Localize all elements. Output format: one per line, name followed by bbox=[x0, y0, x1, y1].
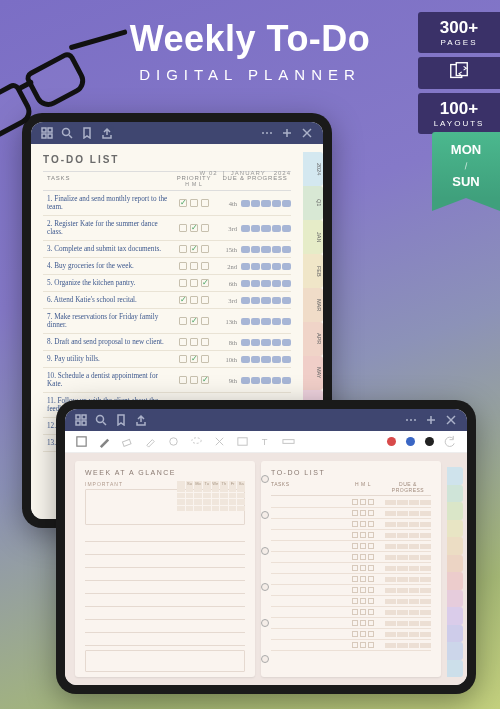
stats-panel: 300+ PAGES 100+ LAYOUTS bbox=[418, 12, 500, 138]
side-tab[interactable]: MAY bbox=[303, 356, 323, 390]
priority-checkbox[interactable] bbox=[201, 338, 209, 346]
side-tab[interactable]: APR bbox=[303, 322, 323, 356]
priority-checkbox[interactable] bbox=[179, 376, 187, 384]
table-row: 5. Organize the kitchen pantry.6th bbox=[43, 275, 291, 292]
color-blue[interactable] bbox=[406, 437, 415, 446]
priority-checkbox[interactable] bbox=[201, 376, 209, 384]
svg-point-19 bbox=[97, 416, 104, 423]
svg-rect-29 bbox=[122, 439, 131, 446]
priority-checkbox[interactable] bbox=[201, 317, 209, 325]
image-icon[interactable] bbox=[236, 435, 249, 448]
add-icon[interactable] bbox=[425, 414, 437, 426]
priority-checkbox[interactable] bbox=[190, 199, 198, 207]
week-start-ribbon: MON ∕ SUN bbox=[432, 132, 500, 198]
side-tab[interactable]: JAN bbox=[303, 220, 323, 254]
priority-checkbox[interactable] bbox=[190, 376, 198, 384]
side-tab[interactable] bbox=[447, 590, 463, 608]
priority-checkbox[interactable] bbox=[190, 317, 198, 325]
priority-checkbox[interactable] bbox=[179, 355, 187, 363]
priority-checkbox[interactable] bbox=[201, 296, 209, 304]
table-row bbox=[271, 497, 431, 508]
eraser-icon[interactable] bbox=[121, 435, 134, 448]
search-icon[interactable] bbox=[61, 127, 73, 139]
priority-checkbox[interactable] bbox=[190, 355, 198, 363]
side-tab[interactable] bbox=[447, 485, 463, 503]
highlighter-icon[interactable] bbox=[144, 435, 157, 448]
svg-line-20 bbox=[103, 422, 106, 425]
priority-checkbox[interactable] bbox=[179, 296, 187, 304]
color-black[interactable] bbox=[425, 437, 434, 446]
priority-checkbox[interactable] bbox=[201, 199, 209, 207]
hand-icon[interactable] bbox=[75, 435, 88, 448]
more-icon[interactable] bbox=[261, 127, 273, 139]
priority-checkbox[interactable] bbox=[179, 317, 187, 325]
table-row bbox=[271, 574, 431, 585]
side-tab[interactable]: Q1 bbox=[303, 186, 323, 220]
side-tab[interactable] bbox=[447, 502, 463, 520]
todo-rows-blank bbox=[271, 497, 431, 651]
table-row: 1. Finalize and send monthly report to t… bbox=[43, 191, 291, 216]
search-icon[interactable] bbox=[95, 414, 107, 426]
priority-checkbox[interactable] bbox=[201, 224, 209, 232]
side-tab[interactable] bbox=[447, 607, 463, 625]
svg-line-7 bbox=[69, 135, 72, 138]
priority-checkbox[interactable] bbox=[190, 224, 198, 232]
side-tab[interactable] bbox=[447, 555, 463, 573]
side-tab[interactable]: 2024 bbox=[303, 152, 323, 186]
table-row bbox=[271, 629, 431, 640]
priority-checkbox[interactable] bbox=[179, 224, 187, 232]
close-icon[interactable] bbox=[301, 127, 313, 139]
svg-rect-34 bbox=[283, 440, 294, 444]
priority-checkbox[interactable] bbox=[179, 199, 187, 207]
side-tab[interactable] bbox=[447, 660, 463, 678]
pen-icon[interactable] bbox=[98, 435, 111, 448]
priority-checkbox[interactable] bbox=[201, 262, 209, 270]
scissors-icon[interactable] bbox=[213, 435, 226, 448]
priority-checkbox[interactable] bbox=[201, 355, 209, 363]
mini-calendar: SuMoTuWeThFrSa bbox=[177, 481, 245, 511]
binder-rings bbox=[261, 461, 271, 677]
svg-point-6 bbox=[63, 129, 70, 136]
color-red[interactable] bbox=[387, 437, 396, 446]
priority-checkbox[interactable] bbox=[201, 279, 209, 287]
stat-layouts: 100+ LAYOUTS bbox=[418, 93, 500, 134]
side-tab[interactable]: FEB bbox=[303, 254, 323, 288]
svg-rect-32 bbox=[238, 438, 247, 445]
table-row bbox=[271, 530, 431, 541]
ruler-icon[interactable] bbox=[282, 435, 295, 448]
undo-icon[interactable] bbox=[444, 435, 457, 448]
table-row: 8. Draft and send proposal to new client… bbox=[43, 334, 291, 351]
close-icon[interactable] bbox=[445, 414, 457, 426]
priority-checkbox[interactable] bbox=[190, 296, 198, 304]
share-icon[interactable] bbox=[101, 127, 113, 139]
more-icon[interactable] bbox=[405, 414, 417, 426]
side-tab[interactable]: MAR bbox=[303, 288, 323, 322]
side-tab[interactable] bbox=[447, 467, 463, 485]
text-icon[interactable]: T bbox=[259, 435, 272, 448]
side-tab[interactable] bbox=[447, 642, 463, 660]
priority-checkbox[interactable] bbox=[190, 262, 198, 270]
side-tab[interactable] bbox=[447, 537, 463, 555]
add-icon[interactable] bbox=[281, 127, 293, 139]
priority-checkbox[interactable] bbox=[179, 338, 187, 346]
priority-checkbox[interactable] bbox=[201, 245, 209, 253]
priority-checkbox[interactable] bbox=[179, 245, 187, 253]
side-tab[interactable] bbox=[447, 625, 463, 643]
svg-rect-5 bbox=[48, 134, 52, 138]
month-tabs-2 bbox=[447, 461, 463, 677]
priority-checkbox[interactable] bbox=[179, 279, 187, 287]
table-row: 2. Register Kate for the summer dance cl… bbox=[43, 216, 291, 241]
svg-rect-17 bbox=[76, 421, 80, 425]
grid-icon[interactable] bbox=[75, 414, 87, 426]
priority-checkbox[interactable] bbox=[190, 279, 198, 287]
side-tab[interactable] bbox=[447, 572, 463, 590]
share-icon[interactable] bbox=[135, 414, 147, 426]
priority-checkbox[interactable] bbox=[179, 262, 187, 270]
lasso-icon[interactable] bbox=[190, 435, 203, 448]
bookmark-icon[interactable] bbox=[81, 127, 93, 139]
priority-checkbox[interactable] bbox=[190, 245, 198, 253]
bookmark-icon[interactable] bbox=[115, 414, 127, 426]
shapes-icon[interactable] bbox=[167, 435, 180, 448]
priority-checkbox[interactable] bbox=[190, 338, 198, 346]
side-tab[interactable] bbox=[447, 520, 463, 538]
